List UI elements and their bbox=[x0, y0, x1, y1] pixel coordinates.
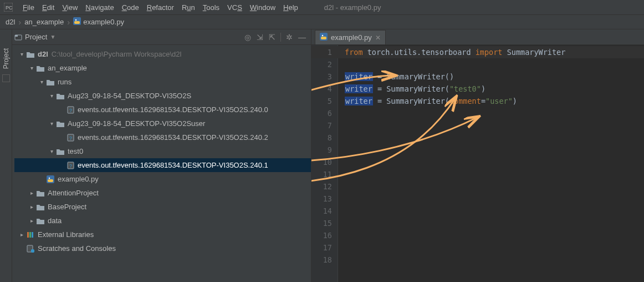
breadcrumb: d2l › an_example › example0.py bbox=[0, 15, 644, 29]
svg-text:?: ? bbox=[69, 163, 72, 169]
chevron-right-icon: › bbox=[67, 17, 70, 27]
menu-file[interactable]: File bbox=[19, 3, 38, 12]
menu-edit[interactable]: Edit bbox=[38, 3, 58, 12]
folder-icon bbox=[35, 190, 45, 197]
file-unknown-icon: ? bbox=[65, 162, 75, 169]
menu-view[interactable]: View bbox=[58, 3, 81, 12]
chevron-down-icon[interactable]: ▾ bbox=[28, 65, 35, 71]
crumb-root[interactable]: d2l bbox=[6, 18, 15, 26]
crumb-file[interactable]: example0.py bbox=[83, 18, 124, 26]
minimize-icon[interactable]: — bbox=[295, 33, 309, 42]
svg-rect-23 bbox=[321, 37, 326, 39]
project-panel: Project ▼ ◎ ⇲ ⇱ ✲ — ▾ d2l C:\tool_develo… bbox=[12, 29, 311, 282]
target-icon[interactable]: ◎ bbox=[242, 33, 254, 42]
editor-tabbar: example0.py ✕ bbox=[311, 29, 644, 45]
chevron-right-icon[interactable]: ▸ bbox=[28, 190, 35, 196]
svg-point-22 bbox=[322, 35, 324, 37]
tree-folder-run1[interactable]: ▾ Aug23_09-18-54_DESKTOP-VI35O2S bbox=[14, 89, 311, 103]
svg-rect-6 bbox=[15, 35, 18, 37]
python-file-icon bbox=[320, 33, 328, 42]
menu-bar: PC File Edit View Navigate Code Refactor… bbox=[0, 0, 644, 15]
tab-label: example0.py bbox=[331, 33, 372, 42]
tree-scratches[interactable]: ▸ Scratches and Consoles bbox=[14, 241, 311, 255]
menu-code[interactable]: Code bbox=[118, 3, 143, 12]
code-content[interactable]: from torch.utils.tensorboard import Summ… bbox=[338, 45, 644, 282]
menu-vcs[interactable]: VCS bbox=[223, 3, 246, 12]
tree-external-libraries[interactable]: ▸ External Libraries bbox=[14, 228, 311, 241]
tree-folder-base[interactable]: ▸ BaseProject bbox=[14, 200, 311, 214]
tree-file-events2[interactable]: ▾ ? events.out.tfevents.1629681534.DESKT… bbox=[14, 130, 311, 144]
left-gutter: Project bbox=[0, 29, 12, 282]
gear-icon[interactable]: ✲ bbox=[283, 33, 295, 42]
chevron-down-icon[interactable]: ▾ bbox=[38, 79, 45, 85]
svg-point-14 bbox=[49, 177, 50, 179]
code-editor[interactable]: 123456789101112131415161718 from torch.u… bbox=[311, 45, 644, 282]
tree-folder-run2[interactable]: ▾ Aug23_09-18-54_DESKTOP-VI35O2Suser bbox=[14, 117, 311, 130]
expand-icon[interactable]: ⇲ bbox=[254, 33, 266, 42]
close-icon[interactable]: ✕ bbox=[375, 34, 381, 42]
folder-icon bbox=[55, 93, 65, 99]
tree-project-root[interactable]: ▾ d2l C:\tool_develop\Pycharm Workspace\… bbox=[14, 47, 311, 61]
folder-icon bbox=[35, 218, 45, 224]
library-icon bbox=[25, 231, 35, 239]
collapse-icon[interactable]: ⇱ bbox=[266, 33, 278, 42]
project-tree[interactable]: ▾ d2l C:\tool_develop\Pycharm Workspace\… bbox=[12, 45, 311, 282]
tree-folder-test0[interactable]: ▾ test0 bbox=[14, 144, 311, 158]
folder-icon bbox=[45, 79, 55, 85]
chevron-right-icon[interactable]: ▸ bbox=[28, 204, 35, 210]
folder-icon bbox=[35, 204, 45, 210]
svg-rect-4 bbox=[74, 21, 80, 24]
structure-tool-icon[interactable] bbox=[2, 74, 10, 82]
python-file-icon bbox=[73, 17, 81, 27]
chevron-right-icon[interactable]: ▸ bbox=[28, 218, 35, 224]
tree-file-events3[interactable]: ▾ ? events.out.tfevents.1629681534.DESKT… bbox=[14, 158, 311, 172]
tree-folder-an-example[interactable]: ▾ an_example bbox=[14, 61, 311, 75]
panel-title: Project bbox=[25, 33, 47, 41]
chevron-down-icon[interactable]: ▾ bbox=[48, 120, 55, 127]
tree-file-examplepy[interactable]: ▾ example0.py bbox=[14, 172, 311, 186]
svg-rect-17 bbox=[29, 232, 31, 238]
tree-folder-data[interactable]: ▸ data bbox=[14, 214, 311, 228]
crumb-folder[interactable]: an_example bbox=[24, 18, 64, 26]
menu-refactor[interactable]: Refactor bbox=[143, 3, 178, 12]
file-unknown-icon: ? bbox=[65, 134, 75, 142]
svg-text:?: ? bbox=[69, 108, 72, 113]
chevron-down-icon[interactable]: ▾ bbox=[48, 148, 55, 154]
svg-text:?: ? bbox=[69, 135, 72, 141]
chevron-down-icon[interactable]: ▾ bbox=[48, 93, 55, 99]
menu-run[interactable]: Run bbox=[178, 3, 199, 12]
editor-area: example0.py ✕ 12345678910111213141516171… bbox=[311, 29, 644, 282]
scratches-icon bbox=[25, 245, 35, 253]
svg-rect-15 bbox=[48, 179, 53, 182]
python-file-icon bbox=[45, 175, 55, 183]
file-unknown-icon: ? bbox=[65, 106, 75, 114]
dropdown-icon[interactable]: ▼ bbox=[50, 34, 55, 40]
project-panel-header: Project ▼ ◎ ⇲ ⇱ ✲ — bbox=[12, 29, 311, 45]
menu-window[interactable]: Window bbox=[246, 3, 279, 12]
menu-navigate[interactable]: Navigate bbox=[81, 3, 117, 12]
editor-tab-example0[interactable]: example0.py ✕ bbox=[315, 30, 386, 44]
tree-folder-attention[interactable]: ▸ AttentionProject bbox=[14, 186, 311, 200]
svg-rect-16 bbox=[27, 232, 29, 238]
svg-text:PC: PC bbox=[6, 5, 13, 11]
project-tool-button[interactable]: Project bbox=[2, 46, 10, 71]
window-title: d2l - example0.py bbox=[324, 3, 381, 12]
folder-icon bbox=[25, 51, 35, 58]
menu-tools[interactable]: Tools bbox=[199, 3, 223, 12]
tree-file-events1[interactable]: ▾ ? events.out.tfevents.1629681534.DESKT… bbox=[14, 103, 311, 117]
chevron-right-icon[interactable]: ▸ bbox=[18, 231, 25, 238]
separator bbox=[280, 33, 281, 42]
project-icon bbox=[14, 33, 22, 41]
folder-icon bbox=[35, 65, 45, 72]
menu-help[interactable]: Help bbox=[279, 3, 302, 12]
folder-icon bbox=[55, 148, 65, 155]
line-gutter: 123456789101112131415161718 bbox=[311, 45, 338, 282]
folder-icon bbox=[55, 120, 65, 127]
svg-point-3 bbox=[75, 19, 77, 21]
chevron-right-icon: › bbox=[18, 17, 21, 27]
chevron-down-icon[interactable]: ▾ bbox=[18, 51, 25, 57]
tree-folder-runs[interactable]: ▾ runs bbox=[14, 75, 311, 89]
app-logo-icon: PC bbox=[3, 2, 13, 12]
svg-rect-18 bbox=[32, 232, 33, 238]
